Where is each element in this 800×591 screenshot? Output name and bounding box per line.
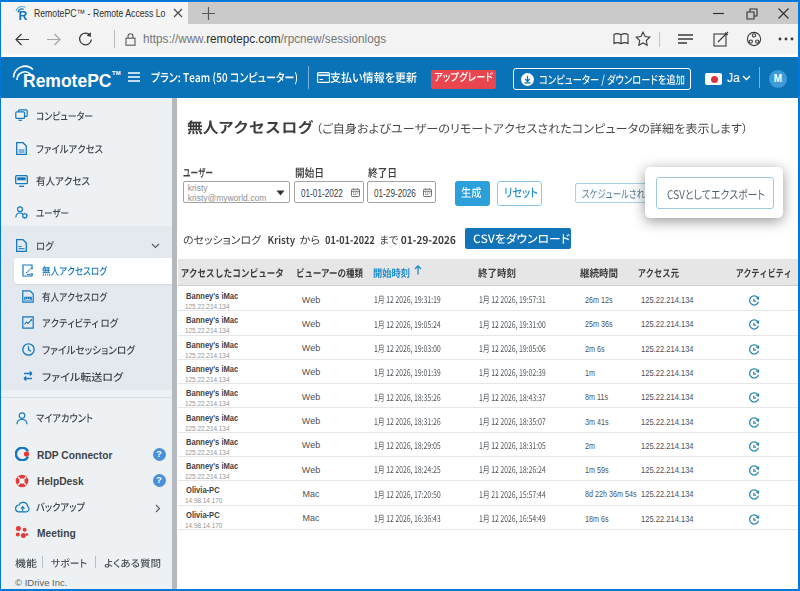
svg-text:RemotePC: RemotePC bbox=[23, 71, 112, 91]
svg-text:TM: TM bbox=[112, 70, 121, 76]
svg-text:R: R bbox=[19, 9, 28, 23]
